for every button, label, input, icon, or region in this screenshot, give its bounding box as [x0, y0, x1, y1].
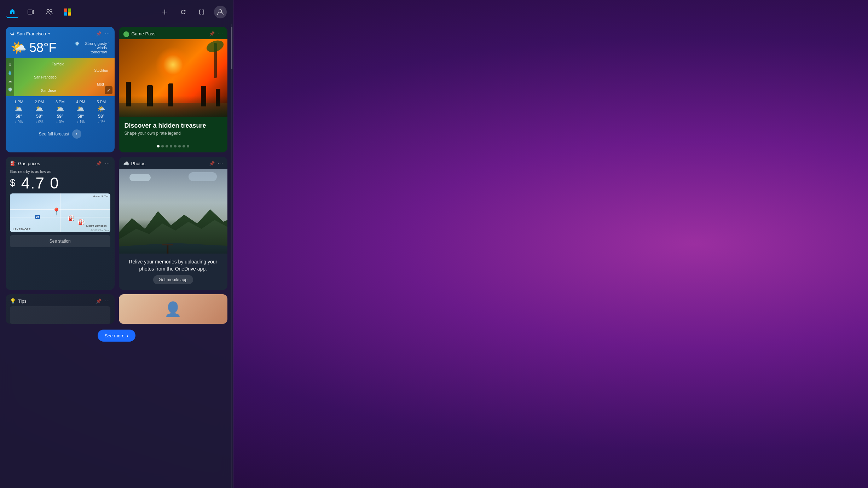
photos-pin-icon[interactable]: 📌	[209, 161, 215, 166]
hourly-item-4pm: 4 PM 🌥️ 59° ↓ 1%	[76, 100, 85, 124]
svg-rect-0	[28, 10, 32, 14]
road-h2	[10, 217, 110, 217]
gamepass-content: Discover a hidden treasure Shape your ow…	[119, 117, 228, 141]
photos-description: Relive your memories by uploading your p…	[125, 258, 222, 272]
location-chevron-icon: ▾	[48, 31, 50, 36]
photos-image	[119, 169, 228, 254]
see-station-button[interactable]: See station	[10, 235, 110, 247]
hourly-item-5pm: 5 PM 🌤️ 58° ↓ 1%	[97, 100, 106, 124]
weather-map[interactable]: 🌡 💧 ☁ 💨 Fairfield Stockton San Francisco…	[6, 58, 115, 96]
gas-dollar-sign: $	[10, 177, 16, 188]
tips-more-icon[interactable]: ···	[104, 298, 110, 304]
photos-header-icons: 📌 ···	[209, 160, 223, 167]
scroll-thumb[interactable]	[231, 27, 232, 69]
gamepass-widget: ⬤ Game Pass 📌 ···	[119, 27, 228, 152]
svg-point-2	[50, 10, 52, 12]
home-nav-icon[interactable]	[6, 6, 18, 18]
weather-condition-icon: 🌤️	[11, 40, 27, 55]
gamepass-title-area: ⬤ Game Pass	[123, 30, 156, 37]
weather-pin-icon[interactable]: 📌	[96, 31, 102, 36]
add-button[interactable]	[159, 6, 171, 18]
weather-temp-area: 🌤️ 58°F	[11, 40, 56, 55]
carousel-dot-3[interactable]	[166, 145, 168, 147]
people-nav-icon[interactable]	[43, 6, 55, 18]
weather-alert[interactable]: 💨 Strong gusty winds tomorrow ›	[74, 41, 110, 54]
tips-header-icons: 📌 ···	[96, 298, 110, 304]
see-more-bar: See more ›	[6, 328, 227, 343]
gas-pump-icon: ⛽	[10, 161, 16, 166]
photo-gradient-overlay	[119, 169, 228, 254]
photos-content: Relive your memories by uploading your p…	[119, 254, 228, 290]
get-mobile-app-button[interactable]: Get mobile app	[153, 275, 193, 284]
see-more-arrow-icon: ›	[127, 332, 128, 339]
tips-preview-image	[10, 306, 110, 324]
hourly-icon-5pm: 🌤️	[97, 105, 105, 113]
weather-header: 🌤 San Francisco ▾ 📌 ···	[6, 27, 115, 39]
thermometer-icon: 🌡	[8, 62, 12, 66]
cloud-icon: ☁	[8, 79, 12, 83]
map-copyright: © 2023 TomTom	[91, 229, 109, 232]
nav-right	[159, 6, 227, 18]
weather-more-icon[interactable]: ···	[104, 30, 110, 37]
carousel-dot-5[interactable]	[174, 145, 177, 147]
weather-location[interactable]: 🌤 San Francisco ▾	[10, 31, 50, 36]
photos-more-icon[interactable]: ···	[218, 160, 223, 167]
gas-more-icon[interactable]: ···	[104, 160, 110, 167]
see-more-button[interactable]: See more ›	[98, 330, 136, 342]
gamepass-image[interactable]	[119, 39, 228, 117]
gas-description: Gas nearby is as low as	[6, 169, 115, 174]
gamepass-xbox-icon: ⬤	[123, 30, 129, 37]
mt-davidson-label: Mount Davidson	[86, 224, 107, 227]
photos-header: ☁️ Photos 📌 ···	[119, 157, 228, 169]
expand-button[interactable]	[196, 6, 208, 18]
carousel-dot-2[interactable]	[161, 145, 164, 147]
carousel-dot-1[interactable]	[157, 145, 160, 147]
gamepass-pin-icon[interactable]: 📌	[209, 31, 215, 36]
partial-widget-right: 👤	[119, 294, 228, 324]
widgets-panel: 🌤 San Francisco ▾ 📌 ··· 🌤️ 58°F 💨	[0, 0, 233, 488]
forecast-arrow-icon: ›	[72, 129, 81, 139]
map-label-sf: San Francisco	[34, 75, 57, 79]
weather-main: 🌤️ 58°F 💨 Strong gusty winds tomorrow ›	[6, 39, 115, 58]
map-label-fairfield: Fairfield	[52, 62, 64, 66]
gas-pin-red: 📍	[52, 207, 61, 216]
widgets-grid: 🌤 San Francisco ▾ 📌 ··· 🌤️ 58°F 💨	[0, 24, 233, 488]
gas-map[interactable]: 📍 ⛽ ⛽ LAKESHORE Mount S Twi Mount Davids…	[10, 193, 110, 232]
gamepass-header: ⬤ Game Pass 📌 ···	[119, 27, 228, 39]
carousel-dot-6[interactable]	[178, 145, 181, 147]
game-subtitle: Shape your own pirate legend	[125, 131, 222, 136]
gas-title-area: ⛽ Gas prices	[10, 161, 40, 166]
wind-map-icon: 💨	[7, 87, 12, 92]
carousel-dot-4[interactable]	[170, 145, 172, 147]
tips-lightbulb-icon: 💡	[10, 298, 16, 304]
video-nav-icon[interactable]	[25, 6, 37, 18]
wind-icon: 💨	[74, 41, 79, 46]
tips-pin-icon[interactable]: 📌	[96, 298, 102, 304]
gas-header-icons: 📌 ···	[96, 160, 110, 167]
rain-icon: 💧	[7, 70, 12, 75]
gas-pin-icon[interactable]: 📌	[96, 161, 102, 166]
see-full-forecast[interactable]: See full forecast ›	[6, 127, 115, 143]
map-label-stockton: Stockton	[94, 69, 108, 72]
image-gradient	[119, 96, 228, 117]
map-expand-icon[interactable]: ⤢	[105, 86, 112, 94]
hourly-icon-2pm: 🌥️	[35, 105, 43, 113]
carousel-dot-8[interactable]	[187, 145, 189, 147]
hourly-item-3pm: 3 PM 🌥️ 59° ↓ 0%	[56, 100, 65, 124]
weather-temperature: 58°F	[29, 40, 56, 55]
tips-title-area: 💡 Tips	[10, 298, 27, 304]
alert-chevron-icon: ›	[108, 41, 109, 45]
hourly-item-1pm: 1 PM 🌥️ 58° ↓ 0%	[14, 100, 23, 124]
weather-sun-icon: 🌤	[10, 31, 15, 36]
windows-colored-icon[interactable]	[62, 6, 74, 18]
map-label-mod: Mod	[97, 82, 104, 86]
tips-header: 💡 Tips 📌 ···	[6, 294, 115, 306]
gamepass-more-icon[interactable]: ···	[218, 31, 223, 37]
scroll-track[interactable]	[231, 24, 232, 488]
refresh-button[interactable]	[177, 6, 189, 18]
lakeshore-label: LAKESHORE	[13, 228, 30, 231]
carousel-dot-7[interactable]	[183, 145, 185, 147]
user-avatar[interactable]	[214, 6, 227, 18]
gas-prices-widget: ⛽ Gas prices 📌 ··· Gas nearby is as low …	[6, 157, 115, 290]
partial-widget-image: 👤	[119, 294, 228, 324]
